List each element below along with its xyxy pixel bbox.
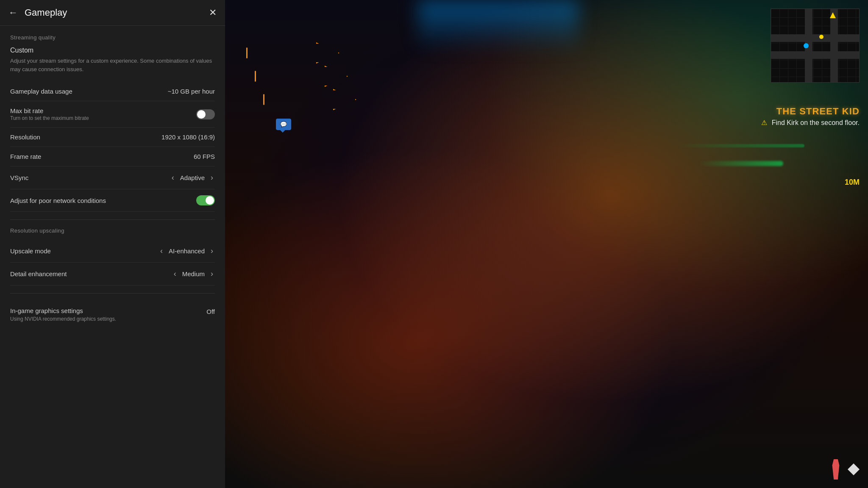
- row-upscale-mode: Upscale mode ‹ AI-enhanced ›: [10, 240, 215, 263]
- neon-bar-green2: [677, 144, 804, 147]
- custom-block: Custom Adjust your stream settings for a…: [10, 47, 215, 73]
- upscale-mode-right-arrow[interactable]: ›: [209, 246, 215, 256]
- quest-desc-text: Find Kirk on the second floor.: [772, 119, 860, 126]
- corner-icons: [831, 459, 860, 480]
- minimap-player: [804, 43, 809, 48]
- neon-arrow-2: [255, 66, 348, 87]
- row-frame-rate: Frame rate 60 FPS: [10, 147, 215, 166]
- vsync-value: Adaptive: [180, 174, 205, 181]
- max-bit-rate-sub: Turn on to set the maximum bitrate: [10, 115, 89, 121]
- upscale-mode-label: Upscale mode: [10, 247, 51, 255]
- detail-enhancement-left-arrow[interactable]: ‹: [172, 269, 178, 279]
- max-bit-rate-label: Max bit rate: [10, 107, 89, 114]
- game-area: 💬 THE STREET KID ⚠ Find Kirk on the seco…: [225, 0, 868, 488]
- quest-icon: ⚠: [761, 119, 767, 127]
- upscale-mode-left-arrow[interactable]: ‹: [159, 246, 164, 256]
- minimap: [771, 8, 860, 83]
- frame-rate-value: 60 FPS: [194, 153, 215, 160]
- panel-content: Streaming quality Custom Adjust your str…: [0, 26, 225, 488]
- ingame-title: In-game graphics settings: [10, 307, 116, 314]
- minimap-street-h2: [771, 51, 859, 59]
- section-divider-1: [10, 219, 215, 220]
- streaming-section-label: Streaming quality: [10, 34, 215, 41]
- resolution-value: 1920 x 1080 (16:9): [161, 133, 215, 141]
- neon-arrow-1: [246, 42, 339, 64]
- detail-enhancement-value: Medium: [182, 270, 205, 277]
- ingame-desc: Using NVIDIA recommended graphics settin…: [10, 316, 116, 322]
- frame-rate-label: Frame rate: [10, 153, 41, 160]
- minimap-marker: [819, 35, 823, 39]
- row-gameplay-data-usage: Gameplay data usage ~10 GB per hour: [10, 82, 215, 101]
- detail-enhancement-arrow-row: ‹ Medium ›: [172, 269, 215, 279]
- max-bit-rate-toggle[interactable]: [196, 109, 215, 119]
- adjust-network-toggle[interactable]: [196, 195, 215, 205]
- vsync-arrow-row: ‹ Adaptive ›: [170, 172, 215, 183]
- back-button[interactable]: ←: [8, 8, 18, 17]
- close-button[interactable]: ✕: [209, 7, 217, 18]
- custom-desc: Adjust your stream settings for a custom…: [10, 57, 215, 73]
- ingame-value: Off: [206, 307, 215, 315]
- quest-desc: ⚠ Find Kirk on the second floor.: [761, 119, 860, 127]
- gameplay-data-usage-value: ~10 GB per hour: [168, 88, 215, 95]
- gameplay-data-usage-label: Gameplay data usage: [10, 88, 72, 95]
- detail-enhancement-right-arrow[interactable]: ›: [209, 269, 215, 279]
- quest-title: THE STREET KID: [761, 106, 860, 117]
- custom-title: Custom: [10, 47, 215, 54]
- minimap-street-h: [771, 34, 859, 42]
- adjust-network-label: Adjust for poor network conditions: [10, 197, 106, 204]
- settings-panel: ← Gameplay ✕ Streaming quality Custom Ad…: [0, 0, 225, 488]
- minimap-inner: [771, 9, 859, 82]
- neon-bar-green: [698, 161, 783, 166]
- minimap-street-v2: [830, 9, 838, 82]
- vsync-right-arrow[interactable]: ›: [209, 172, 215, 183]
- corner-player-icon: [831, 459, 841, 480]
- corner-diamond-icon: [848, 463, 860, 475]
- row-adjust-network: Adjust for poor network conditions: [10, 189, 215, 212]
- upscaling-section-label: Resolution upscaling: [10, 227, 215, 234]
- neon-arrow-3: [263, 89, 356, 110]
- row-max-bit-rate: Max bit rate Turn on to set the maximum …: [10, 101, 215, 128]
- resolution-label: Resolution: [10, 133, 40, 141]
- row-vsync: VSync ‹ Adaptive ›: [10, 166, 215, 189]
- section-divider-2: [10, 293, 215, 294]
- quest-box: THE STREET KID ⚠ Find Kirk on the second…: [761, 106, 860, 127]
- panel-title: Gameplay: [25, 7, 209, 18]
- panel-header: ← Gameplay ✕: [0, 0, 225, 26]
- row-resolution: Resolution 1920 x 1080 (16:9): [10, 128, 215, 147]
- upscale-mode-value: AI-enhanced: [169, 247, 205, 255]
- ceiling-light: [418, 0, 579, 51]
- upscale-mode-arrow-row: ‹ AI-enhanced ›: [159, 246, 215, 256]
- vsync-left-arrow[interactable]: ‹: [170, 172, 176, 183]
- distance-badge: 10M: [845, 178, 860, 187]
- max-bit-rate-label-group: Max bit rate Turn on to set the maximum …: [10, 107, 89, 121]
- row-ingame-graphics: In-game graphics settings Using NVIDIA r…: [10, 301, 215, 328]
- chat-bubble: 💬: [276, 119, 291, 130]
- vsync-label: VSync: [10, 174, 28, 181]
- ingame-left: In-game graphics settings Using NVIDIA r…: [10, 307, 116, 322]
- detail-enhancement-label: Detail enhancement: [10, 270, 67, 277]
- row-detail-enhancement: Detail enhancement ‹ Medium ›: [10, 263, 215, 286]
- neon-arrows: [246, 42, 365, 110]
